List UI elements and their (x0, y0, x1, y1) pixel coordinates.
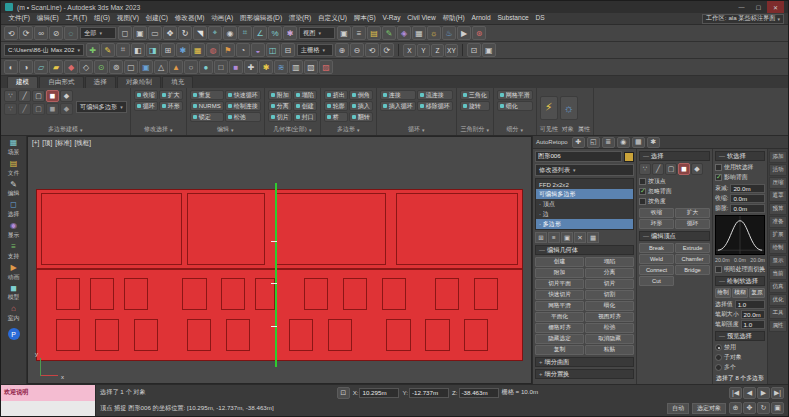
toolbar-icon[interactable]: ≡ (352, 26, 366, 40)
subobject-mode-icon[interactable]: ∵ (639, 163, 651, 175)
p-badge[interactable]: P (8, 328, 20, 340)
panel-button[interactable]: Break (639, 243, 674, 253)
panel-button[interactable]: 粘贴 (585, 345, 634, 355)
axis-constraint-button[interactable]: Z (431, 44, 444, 57)
toolbar-icon[interactable]: □ (214, 60, 228, 74)
subobject-mode-icon[interactable]: ∵ (4, 103, 17, 115)
ribbon-tab[interactable]: 填充 (162, 76, 193, 88)
ribbon-button[interactable]: 封口 (293, 112, 317, 122)
toolbar-icon[interactable]: ⟳ (19, 26, 33, 40)
right-sidebar-item[interactable]: 优化 (769, 294, 787, 306)
ribbon-mini-caption[interactable]: 对象 (562, 125, 574, 134)
toolbar-icon[interactable]: ✱ (176, 43, 190, 57)
toolbar-icon[interactable]: ⌗ (116, 43, 130, 57)
toolbar-icon[interactable]: ⊚ (109, 60, 123, 74)
toolbar-icon[interactable]: ▧ (304, 60, 318, 74)
panel-button[interactable]: 松弛 (585, 323, 634, 333)
toolbar-icon[interactable]: ▥ (289, 60, 303, 74)
numeric-field[interactable]: 1.0 (735, 300, 765, 309)
panel-button[interactable]: 快速切片 (535, 290, 584, 300)
toolbar-icon[interactable]: ◧ (131, 43, 145, 57)
panel-button[interactable]: 绘制 (715, 288, 731, 298)
toolbar-icon[interactable]: ✥ (163, 26, 177, 40)
modifier-stack-item[interactable]: · 多边形 (536, 219, 633, 229)
ribbon-button[interactable]: 绘制连接 (225, 101, 261, 111)
rollout-header-edit-geometry[interactable]: —编辑几何体 (535, 245, 634, 255)
command-panel-tab-icon[interactable]: ▦ (632, 137, 645, 148)
ribbon-section-caption[interactable]: 几何体(全部)▾ (268, 124, 317, 134)
command-panel-tab-icon[interactable]: ◱ (587, 137, 600, 148)
toolbar-icon[interactable]: ⟳ (380, 43, 394, 57)
ribbon-section-caption[interactable]: 细分▾ (497, 124, 533, 134)
maximize-button[interactable]: ☐ (750, 1, 767, 13)
subobject-mode-icon[interactable]: ╱ (18, 90, 31, 102)
right-sidebar-item[interactable]: 显示 (769, 255, 787, 267)
panel-button[interactable]: Extrude (675, 243, 710, 253)
menu-item[interactable]: 文件(F) (5, 14, 33, 23)
right-sidebar-item[interactable]: 预算 (769, 203, 787, 215)
panel-button[interactable]: 塌陷 (585, 257, 634, 267)
toolbar-icon[interactable]: ◥ (193, 26, 207, 40)
minimize-button[interactable]: — (733, 1, 750, 13)
radio-row[interactable]: 多个 (715, 363, 765, 372)
playback-button[interactable]: |◀ (729, 387, 742, 399)
toolbar-icon[interactable]: ↻ (178, 26, 192, 40)
subobject-mode-icon[interactable]: ▢ (665, 163, 677, 175)
rollout-header-preview-selection[interactable]: —预览选择 (715, 331, 765, 341)
floor-plan[interactable] (36, 189, 524, 361)
command-panel-tab-icon[interactable]: ✚ (572, 137, 585, 148)
stack-tool-icon[interactable]: ▣ (561, 232, 573, 243)
ribbon-button[interactable]: 松弛 (225, 112, 261, 122)
toolbar-icon[interactable]: ⊖ (350, 43, 364, 57)
panel-button[interactable]: 复制 (535, 345, 584, 355)
panel-button[interactable]: 模糊 (732, 288, 748, 298)
grid-dropdown[interactable]: 主栅格▾ (297, 44, 333, 56)
numeric-field[interactable]: 20.0m (730, 184, 765, 193)
ribbon-button[interactable]: 环形 (159, 101, 183, 111)
selected-only-button[interactable]: 选定对象 (692, 403, 726, 414)
subobject-mode-icon[interactable]: ◼ (46, 103, 59, 115)
panel-button[interactable]: Chamfer (675, 254, 710, 264)
checkbox-row[interactable]: 忽略背面 (639, 187, 710, 196)
ribbon-button[interactable]: 快速循环 (225, 90, 261, 100)
sidebar-item[interactable]: ◻ 选择 (8, 201, 20, 219)
subobject-mode-icon[interactable]: ▢ (32, 103, 45, 115)
right-sidebar-item[interactable]: 当前 (769, 268, 787, 280)
right-sidebar-item[interactable]: 属性 (769, 320, 787, 332)
shaded-face-toggle[interactable]: 明暗处理面切换 (715, 265, 765, 274)
toolbar-icon[interactable]: ◨ (146, 43, 160, 57)
right-sidebar-item[interactable]: 压缩 (769, 177, 787, 189)
editable-poly-dropdown[interactable]: 可编辑多边形▾ (76, 101, 127, 113)
ribbon-button[interactable]: 重复 (190, 90, 224, 100)
toolbar-icon[interactable]: ▨ (319, 60, 333, 74)
right-sidebar-item[interactable]: 仿真 (769, 281, 787, 293)
panel-button[interactable]: 切割 (585, 290, 634, 300)
menu-item[interactable]: 创建(C) (142, 14, 171, 23)
menu-item[interactable]: DS (532, 14, 548, 23)
toolbar-icon[interactable]: ♨ (442, 26, 456, 40)
ribbon-button[interactable]: 流连接 (417, 90, 453, 100)
ribbon-tab[interactable]: 选择 (85, 76, 116, 88)
sidebar-item[interactable]: ◉ 显示 (8, 222, 20, 240)
toolbar-icon[interactable]: ✎ (101, 43, 115, 57)
toolbar-icon[interactable]: ▢ (124, 60, 138, 74)
menu-item[interactable]: 动画(A) (208, 14, 237, 23)
menu-item[interactable]: Substance (494, 14, 532, 23)
ribbon-tab[interactable]: 建模 (7, 76, 38, 88)
toolbar-icon[interactable]: ◈ (397, 26, 411, 40)
toolbar-icon[interactable]: ▭ (148, 26, 162, 40)
toolbar-icon[interactable]: ✎ (382, 26, 396, 40)
viewport-label[interactable]: [线框] (75, 139, 91, 148)
ribbon-tab[interactable]: 对象绘制 (117, 76, 161, 88)
rollout-header-paint-soft-selection[interactable]: —绘制软选择 (715, 276, 765, 286)
sidebar-item[interactable]: ▦ 场景 (8, 139, 20, 157)
axis-constraint-button[interactable]: XY (445, 44, 458, 57)
panel-button[interactable]: 栅格对齐 (535, 323, 584, 333)
numeric-field[interactable]: 0.0m (730, 204, 765, 213)
ribbon-button[interactable]: 倒角 (349, 90, 373, 100)
modifier-stack-item[interactable]: · 顶点 (536, 199, 633, 209)
coord-z-field[interactable]: -38.463m (459, 388, 499, 398)
toolbar-icon[interactable]: ◻ (118, 26, 132, 40)
ribbon-mini-caption[interactable]: 可见性 (540, 125, 558, 134)
toolbar-icon[interactable]: ▤ (367, 26, 381, 40)
